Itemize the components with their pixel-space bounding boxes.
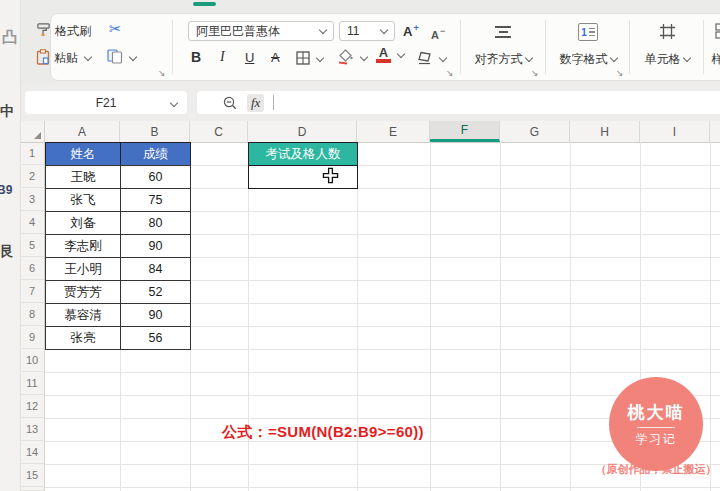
cell-A9[interactable]: 张亮 [45,326,121,350]
italic-button[interactable]: I [220,47,225,67]
gridline-vertical [710,142,711,491]
underline-button[interactable]: U [245,47,254,67]
cell-A1[interactable]: 姓名 [45,142,121,166]
row-header-6[interactable]: 6 [20,257,45,280]
column-header-H[interactable]: H [570,121,640,142]
name-box[interactable]: F21 [25,91,187,114]
format-painter-button[interactable]: 格式刷 [36,21,91,41]
row-header-8[interactable]: 8 [20,303,45,326]
cells-button[interactable]: 单元格 [645,51,690,68]
formula-input-area[interactable]: fx [197,91,720,114]
cells-chevron [682,54,690,62]
borders-button[interactable] [296,49,323,69]
background-window-edge: 凸 格中 B9 三艮 [0,0,21,491]
column-header-A[interactable]: A [45,121,120,142]
cell-B5[interactable]: 90 [120,234,191,258]
column-header-G[interactable]: G [500,121,570,142]
clipboard-dialog-launcher[interactable]: ↘ [158,69,166,78]
decrease-font-size-button[interactable]: A− [431,23,445,43]
borders-chevron [316,53,324,61]
row-header-5[interactable]: 5 [20,234,45,257]
alignment-button[interactable]: 对齐方式 [475,51,532,68]
row-header-3[interactable]: 3 [20,188,45,211]
cell-B3[interactable]: 75 [120,188,191,212]
number-format-chevron [609,54,617,62]
copy-icon [107,49,123,67]
row-header-11[interactable]: 11 [20,372,45,395]
cell-B7[interactable]: 52 [120,280,191,304]
strikethrough-button[interactable]: A [271,47,280,67]
column-header-C[interactable]: C [190,121,248,142]
paste-button[interactable]: 粘贴 [36,48,91,68]
row-header-7[interactable]: 7 [20,280,45,303]
increase-font-label: A+ [403,23,419,39]
cut-icon: ✂ [109,20,122,38]
cell-B1[interactable]: 成绩 [120,142,191,166]
cell-cursor-icon [322,167,339,188]
font-name-chevron [319,25,327,33]
ribbon: 格式刷 ✂ 粘贴 ↘ 阿里巴巴普惠体 11 A+ [20,0,720,85]
cell-A6[interactable]: 王小明 [45,257,121,281]
cell-B9[interactable]: 56 [120,326,191,350]
format-painter-icon [36,22,51,40]
paste-icon [36,49,50,68]
styles-button[interactable]: 样式 [712,51,720,68]
font-size-value: 11 [347,24,359,38]
cell-A5[interactable]: 李志刚 [45,234,121,258]
column-header-B[interactable]: B [120,121,190,142]
fill-color-button[interactable] [337,48,367,68]
row-header-15[interactable]: 15 [20,464,45,487]
cell-A2[interactable]: 王晓 [45,165,121,189]
clear-format-button[interactable] [416,49,446,69]
row-header-10[interactable]: 10 [20,349,45,372]
gridline-vertical [570,142,571,491]
row-header-2[interactable]: 2 [20,165,45,188]
cell-A8[interactable]: 慕容清 [45,303,121,327]
cell-A7[interactable]: 贾芳芳 [45,280,121,304]
font-size-select[interactable]: 11 [339,21,395,41]
cut-button[interactable]: ✂ [109,19,122,39]
zoom-formula-icon[interactable] [223,96,237,110]
cell-A4[interactable]: 刘备 [45,211,121,235]
cell-A3[interactable]: 张飞 [45,188,121,212]
cell-D2[interactable] [248,165,358,189]
cell-B8[interactable]: 90 [120,303,191,327]
row-header-1[interactable]: 1 [20,142,45,165]
eraser-icon [416,51,433,68]
font-dialog-launcher[interactable]: ↘ [446,69,454,78]
alignment-chevron [524,54,532,62]
watermark-caption: （原创作品，禁止搬运） [583,462,720,477]
number-format-group: 1 数字格式 [549,20,627,70]
row-header-12[interactable]: 12 [20,395,45,418]
row-header-partial[interactable] [20,487,45,491]
cell-D1[interactable]: 考试及格人数 [248,142,358,166]
cells-icon [659,23,676,44]
select-all-corner[interactable] [20,121,45,142]
gridline-horizontal [45,372,720,373]
font-name-select[interactable]: 阿里巴巴普惠体 [188,21,334,41]
bold-button[interactable]: B [191,47,201,67]
column-header-D[interactable]: D [248,121,357,142]
column-header-partial[interactable] [710,121,720,142]
alignment-dialog-launcher[interactable]: ↘ [531,69,539,78]
font-color-button[interactable]: A [376,45,404,65]
cells-group: 单元格 [632,20,702,70]
formula-annotation: 公式：=SUM(N(B2:B9>=60)) [222,423,424,442]
column-header-I[interactable]: I [640,121,710,142]
number-format-dialog-launcher[interactable]: ↘ [616,69,624,78]
row-header-13[interactable]: 13 [20,418,45,441]
cell-B6[interactable]: 84 [120,257,191,281]
row-header-4[interactable]: 4 [20,211,45,234]
row-header-9[interactable]: 9 [20,326,45,349]
fx-icon[interactable]: fx [247,94,264,112]
column-header-E[interactable]: E [357,121,430,142]
number-format-button[interactable]: 数字格式 [560,51,617,68]
copy-button[interactable] [107,48,136,68]
cell-B2[interactable]: 60 [120,165,191,189]
row-header-14[interactable]: 14 [20,441,45,464]
cell-B4[interactable]: 80 [120,211,191,235]
edge-fragment: 三艮 [0,243,14,261]
column-header-F[interactable]: F [430,121,500,142]
increase-font-size-button[interactable]: A+ [403,21,419,41]
paste-dropdown-chevron [84,52,92,60]
